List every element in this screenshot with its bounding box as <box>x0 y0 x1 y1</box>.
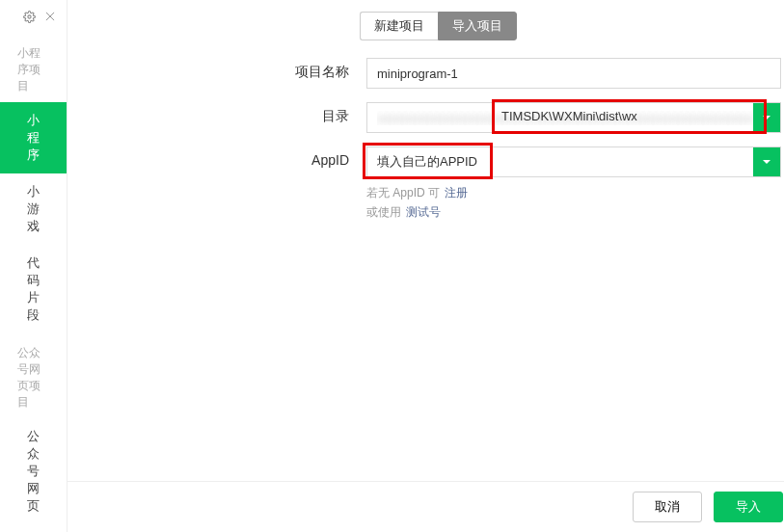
appid-input[interactable]: 填入自己的APPID <box>366 146 781 177</box>
nav-miniprogram[interactable]: 小程序 <box>0 102 67 173</box>
directory-dropdown-button[interactable] <box>753 103 780 132</box>
main-panel: 新建项目 导入项目 项目名称 miniprogram-1 目录 xxxxxxxx… <box>68 0 784 532</box>
tab-import-project[interactable]: 导入项目 <box>438 12 517 40</box>
register-link[interactable]: 注册 <box>445 186 468 200</box>
project-name-input[interactable]: miniprogram-1 <box>366 58 781 89</box>
settings-icon[interactable] <box>23 11 36 26</box>
nav-minigame[interactable]: 小游戏 <box>0 173 67 245</box>
label-appid: AppID <box>68 146 366 168</box>
label-directory: 目录 <box>68 102 366 125</box>
cancel-button[interactable]: 取消 <box>633 492 702 522</box>
nav-oa-web[interactable]: 公众号网页 <box>0 418 67 524</box>
project-name-value: miniprogram-1 <box>377 66 770 81</box>
appid-value: 填入自己的APPID <box>377 153 753 171</box>
directory-visible-text: TIMSDK\WXMini\dist\wx <box>501 109 637 123</box>
test-account-link[interactable]: 测试号 <box>406 205 441 219</box>
hint-or-use: 或使用 <box>366 205 401 219</box>
appid-dropdown-button[interactable] <box>753 147 780 176</box>
sidebar: 小程序项目 小程序 小游戏 代码片段 公众号网页项目 公众号网页 注销 › <box>0 0 68 532</box>
nav-snippet[interactable]: 代码片段 <box>0 245 67 333</box>
import-button[interactable]: 导入 <box>714 492 783 522</box>
section-title-miniprogram: 小程序项目 <box>0 34 67 102</box>
tab-new-project[interactable]: 新建项目 <box>360 12 438 40</box>
close-icon[interactable] <box>43 10 57 26</box>
hint-no-appid: 若无 AppID 可 <box>366 186 440 200</box>
label-project-name: 项目名称 <box>68 58 366 81</box>
section-title-oa: 公众号网页项目 <box>0 333 67 418</box>
svg-point-0 <box>28 14 31 17</box>
